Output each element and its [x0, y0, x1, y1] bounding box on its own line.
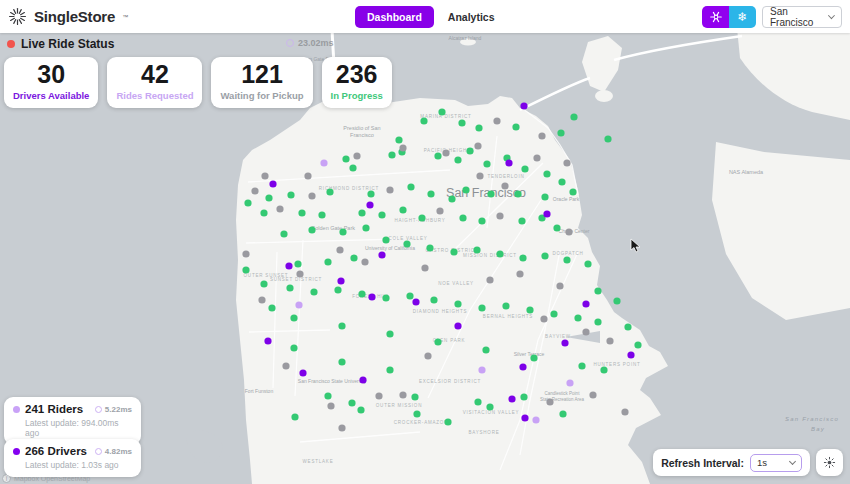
ride-marker[interactable]	[483, 160, 490, 167]
ride-marker[interactable]	[258, 296, 265, 303]
ride-marker[interactable]	[358, 209, 365, 216]
ride-marker[interactable]	[399, 391, 406, 398]
ride-marker[interactable]	[362, 224, 369, 231]
ride-marker[interactable]	[434, 338, 441, 345]
ride-marker[interactable]	[418, 214, 425, 221]
ride-marker[interactable]	[546, 398, 553, 405]
ride-marker[interactable]	[251, 187, 258, 194]
ride-marker[interactable]	[556, 282, 563, 289]
ride-marker[interactable]	[594, 318, 601, 325]
ride-marker[interactable]	[436, 207, 443, 214]
ride-marker[interactable]	[386, 186, 393, 193]
ride-marker[interactable]	[442, 149, 449, 156]
ride-marker[interactable]	[501, 182, 508, 189]
ride-marker[interactable]	[260, 209, 267, 216]
ride-marker[interactable]	[427, 190, 434, 197]
ride-marker[interactable]	[478, 217, 485, 224]
ride-marker[interactable]	[291, 413, 298, 420]
ride-marker[interactable]	[318, 211, 325, 218]
ride-marker[interactable]	[473, 246, 480, 253]
ride-marker[interactable]	[244, 199, 251, 206]
ride-marker[interactable]	[543, 170, 550, 177]
ride-marker[interactable]	[486, 276, 493, 283]
ride-marker[interactable]	[296, 270, 303, 277]
ride-marker[interactable]	[454, 322, 461, 329]
ride-marker[interactable]	[265, 194, 272, 201]
ride-marker[interactable]	[474, 142, 481, 149]
ride-marker[interactable]	[584, 260, 591, 267]
city-select[interactable]: San Francisco	[762, 6, 842, 28]
ride-marker[interactable]	[388, 151, 395, 158]
ride-marker[interactable]	[324, 258, 331, 265]
ride-marker[interactable]	[320, 159, 327, 166]
ride-marker[interactable]	[450, 248, 457, 255]
snowflake-toggle-button[interactable]: ❄	[729, 6, 756, 28]
ride-marker[interactable]	[624, 323, 631, 330]
ride-marker[interactable]	[519, 363, 526, 370]
ride-marker[interactable]	[458, 119, 465, 126]
ride-marker[interactable]	[627, 351, 634, 358]
ride-marker[interactable]	[338, 358, 345, 365]
ride-marker[interactable]	[519, 254, 526, 261]
ride-marker[interactable]	[295, 301, 302, 308]
ride-marker[interactable]	[308, 226, 315, 233]
ride-marker[interactable]	[413, 410, 420, 417]
ride-marker[interactable]	[563, 159, 570, 166]
ride-marker[interactable]	[421, 264, 428, 271]
ride-marker[interactable]	[521, 165, 528, 172]
ride-marker[interactable]	[386, 366, 393, 373]
ride-marker[interactable]	[563, 256, 570, 263]
ride-marker[interactable]	[261, 172, 268, 179]
singlestore-toggle-button[interactable]	[702, 6, 729, 28]
ride-marker[interactable]	[589, 391, 596, 398]
ride-marker[interactable]	[520, 102, 527, 109]
ride-marker[interactable]	[339, 228, 346, 235]
ride-marker[interactable]	[559, 410, 566, 417]
ride-marker[interactable]	[338, 424, 345, 431]
ride-marker[interactable]	[478, 366, 485, 373]
ride-marker[interactable]	[368, 293, 375, 300]
ride-marker[interactable]	[538, 132, 545, 139]
ride-marker[interactable]	[350, 254, 357, 261]
ride-marker[interactable]	[533, 154, 540, 161]
ride-marker[interactable]	[487, 190, 494, 197]
ride-marker[interactable]	[357, 406, 364, 413]
tab-analytics[interactable]: Analytics	[448, 11, 495, 23]
ride-marker[interactable]	[282, 362, 289, 369]
ride-marker[interactable]	[493, 117, 500, 124]
ride-marker[interactable]	[502, 302, 509, 309]
ride-marker[interactable]	[304, 172, 311, 179]
ride-marker[interactable]	[342, 155, 349, 162]
ride-marker[interactable]	[541, 252, 548, 259]
ride-marker[interactable]	[569, 188, 576, 195]
ride-marker[interactable]	[578, 362, 585, 369]
ride-marker[interactable]	[420, 117, 427, 124]
theme-toggle-button[interactable]	[816, 449, 843, 476]
ride-marker[interactable]	[520, 393, 527, 400]
ride-marker[interactable]	[324, 392, 331, 399]
ride-marker[interactable]	[508, 395, 515, 402]
ride-marker[interactable]	[375, 392, 382, 399]
ride-marker[interactable]	[285, 262, 292, 269]
ride-marker[interactable]	[334, 286, 341, 293]
ride-marker[interactable]	[438, 108, 445, 115]
ride-marker[interactable]	[600, 366, 607, 373]
ride-marker[interactable]	[532, 416, 539, 423]
ride-marker[interactable]	[276, 205, 283, 212]
ride-marker[interactable]	[582, 328, 589, 335]
ride-marker[interactable]	[348, 399, 355, 406]
ride-marker[interactable]	[594, 287, 601, 294]
ride-marker[interactable]	[280, 230, 287, 237]
ride-marker[interactable]	[286, 284, 293, 291]
ride-marker[interactable]	[366, 201, 373, 208]
ride-marker[interactable]	[310, 288, 317, 295]
ride-marker[interactable]	[444, 418, 451, 425]
ride-marker[interactable]	[482, 346, 489, 353]
ride-marker[interactable]	[290, 314, 297, 321]
ride-marker[interactable]	[298, 209, 305, 216]
ride-marker[interactable]	[521, 414, 528, 421]
ride-marker[interactable]	[308, 192, 315, 199]
ride-marker[interactable]	[242, 266, 249, 273]
ride-marker[interactable]	[505, 159, 512, 166]
ride-marker[interactable]	[541, 193, 548, 200]
